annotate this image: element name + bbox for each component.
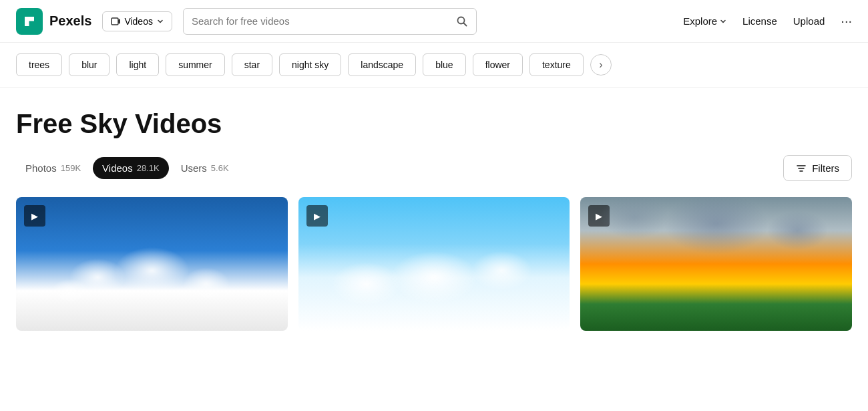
tags-next-button[interactable]: › [590, 54, 612, 76]
play-button-1[interactable]: ▶ [24, 205, 45, 227]
explore-nav-link[interactable]: Explore [683, 15, 726, 27]
svg-rect-0 [112, 18, 118, 25]
search-bar: sky [183, 8, 477, 35]
video-card-2[interactable]: ▶ [298, 197, 570, 331]
tag-texture[interactable]: texture [529, 53, 584, 76]
explore-chevron-icon [720, 18, 726, 25]
play-button-3[interactable]: ▶ [588, 205, 610, 227]
logo-link[interactable]: Pexels [16, 8, 91, 35]
more-options-button[interactable]: ··· [841, 13, 852, 29]
search-icon [456, 15, 468, 27]
tag-star[interactable]: star [232, 53, 272, 76]
tag-landscape[interactable]: landscape [348, 53, 416, 76]
tabs-row: Photos 159K Videos 28.1K Users 5.6K Filt… [16, 155, 852, 181]
tag-flower[interactable]: flower [473, 53, 523, 76]
header: Pexels Videos sky Explore License [0, 0, 868, 43]
search-input[interactable]: sky [192, 15, 456, 27]
upload-nav-link[interactable]: Upload [793, 15, 825, 27]
site-name: Pexels [49, 13, 91, 29]
video-type-icon [111, 17, 120, 26]
page-content: Free Sky Videos Photos 159K Videos 28.1K… [0, 88, 868, 331]
main-nav: Explore License Upload ··· [683, 13, 852, 29]
search-button[interactable] [456, 15, 468, 27]
tab-users[interactable]: Users 5.6K [172, 157, 238, 179]
tag-blur[interactable]: blur [69, 53, 110, 76]
media-type-label: Videos [124, 16, 153, 27]
tag-light[interactable]: light [116, 53, 159, 76]
tags-row: trees blur light summer star night sky l… [0, 43, 868, 88]
video-grid: ▶ ▶ ▶ [16, 197, 852, 331]
tag-trees[interactable]: trees [16, 53, 62, 76]
tab-photos[interactable]: Photos 159K [16, 157, 90, 179]
tag-blue[interactable]: blue [423, 53, 465, 76]
logo-icon [16, 8, 43, 35]
play-button-2[interactable]: ▶ [306, 205, 328, 227]
video-card-1[interactable]: ▶ [16, 197, 288, 331]
video-card-3[interactable]: ▶ [580, 197, 852, 331]
tab-group: Photos 159K Videos 28.1K Users 5.6K [16, 157, 238, 179]
tag-night-sky[interactable]: night sky [279, 53, 341, 76]
tab-videos[interactable]: Videos 28.1K [93, 157, 169, 179]
filters-button[interactable]: Filters [783, 155, 852, 181]
license-nav-link[interactable]: License [742, 15, 777, 27]
media-type-button[interactable]: Videos [102, 11, 172, 31]
chevron-down-icon [157, 18, 164, 25]
filters-icon [796, 163, 807, 174]
tag-summer[interactable]: summer [166, 53, 225, 76]
page-title: Free Sky Videos [16, 109, 852, 139]
